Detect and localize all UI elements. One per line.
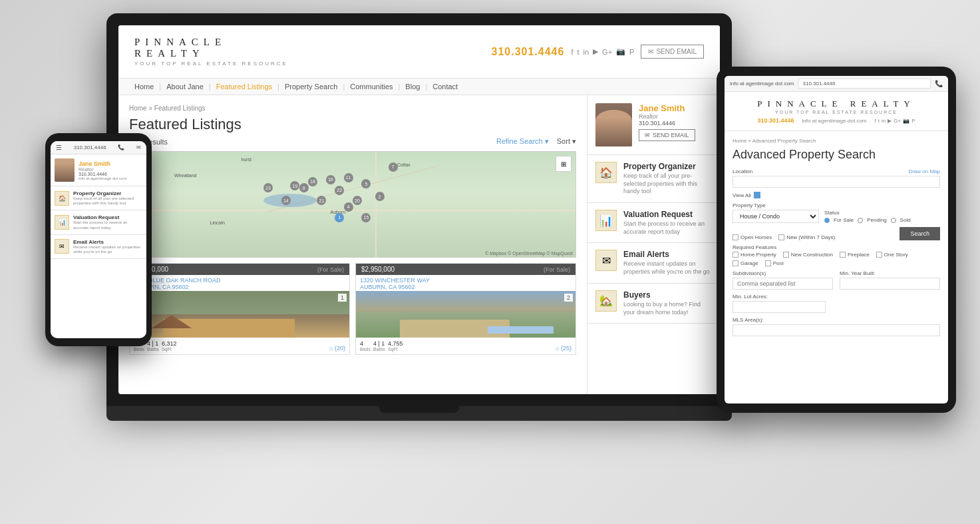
draw-on-map-link[interactable]: Draw on Map (908, 168, 940, 174)
nav-about[interactable]: About Jane (166, 83, 204, 91)
mls-area-label: MLS Area(s): (733, 317, 940, 323)
nav-home[interactable]: Home (134, 83, 154, 91)
phone-valuation-desc: Start the process to receive an accurate… (73, 220, 142, 230)
map-container: Wheatland Colfax Auburn hurst Lincoln 7 … (129, 151, 576, 258)
send-email-button[interactable]: ✉ SEND EMAIL (641, 45, 704, 59)
home-property-checkbox[interactable] (733, 252, 738, 258)
view-all-label: View All (733, 192, 751, 198)
view-all-row: View All (733, 192, 940, 198)
header-phone[interactable]: 310.301.4446 (492, 46, 565, 58)
status-sold-radio[interactable] (891, 218, 896, 223)
header-right: 310.301.4446 f t in ▶ G+ 📷 P (492, 45, 704, 59)
phone-agent-phone[interactable]: 310.301.4446 (79, 172, 126, 176)
property-type-select[interactable]: House / Condo (733, 210, 819, 223)
logo-line1: PINNACLE REALTY (134, 37, 288, 59)
map-pin-1[interactable]: 1 (335, 213, 344, 222)
sidebar-widget-property-organizer[interactable]: 🏠 Property Organizer Keep track of all y… (587, 155, 720, 203)
map-pin-15[interactable]: 15 (361, 213, 371, 222)
sort-button[interactable]: Sort ▾ (557, 137, 576, 146)
phone-widget-property-organizer[interactable]: 🏠 Property Organizer Keep track of all y… (51, 186, 146, 210)
tablet-contact-phone[interactable]: 310.301.4446 (758, 117, 794, 124)
one-story-checkbox[interactable] (876, 252, 882, 258)
site-logo: PINNACLE REALTY YOUR TOP REAL ESTATE RES… (134, 37, 288, 67)
fireplace-checkbox[interactable] (840, 252, 846, 258)
map-pin-4[interactable]: 4 (344, 202, 353, 212)
map-pin-5[interactable]: 5 (361, 179, 371, 188)
min-lot-acres-group: Min. Lot Acres: (733, 294, 940, 313)
view-all-checkbox[interactable] (754, 192, 760, 198)
hamburger-icon[interactable]: ☰ (56, 144, 62, 151)
listing-2-photos[interactable]: ⌂ (25) (556, 345, 572, 352)
tablet-url-input[interactable] (798, 79, 931, 89)
map-pin-7[interactable]: 7 (389, 162, 398, 172)
listing-2-stats: 4 Beds 4 | 1 Baths 4,755 (356, 338, 575, 354)
pool-label: Pool (773, 260, 784, 266)
map-pin-2[interactable]: 2 (375, 192, 385, 201)
tablet-phone-icon[interactable]: 📞 (935, 80, 943, 87)
pool-checkbox[interactable] (765, 260, 771, 266)
refine-search-button[interactable]: Refine Search ▾ (496, 137, 549, 146)
tablet-contact-email[interactable]: info at agentimage-dot.com (802, 118, 867, 124)
listing-card-2: $2,950,000 (For Sale) 1320 WINCHESTER WA… (355, 263, 576, 355)
status-for-sale-radio[interactable] (824, 218, 830, 223)
map-pin-16[interactable]: 16 (326, 175, 335, 184)
new-construction-checkbox[interactable] (783, 252, 789, 258)
sidebar-widget-email-alerts[interactable]: ✉ Email Alerts Receive instant updates o… (587, 243, 720, 283)
tablet-page-title: Advanced Property Search (733, 148, 940, 162)
tablet-url-bar: info at agentimage dot com 📞 (725, 76, 948, 92)
phone-organizer-desc: Keep track of all your pre-selected prop… (73, 196, 142, 206)
search-button[interactable]: Search (899, 227, 940, 240)
phone-widget-email-alerts[interactable]: ✉ Email Alerts Receive instant updates o… (51, 235, 146, 259)
subdivision-input[interactable] (733, 278, 833, 290)
map-pin-11[interactable]: 11 (344, 173, 353, 182)
map-pin-22[interactable]: 22 (335, 186, 344, 195)
nav-listings[interactable]: Featured Listings (216, 83, 272, 91)
valuation-icon: 📊 (595, 210, 617, 231)
tablet-contact-row: 310.301.4446 info at agentimage-dot.com … (735, 117, 937, 124)
location-group: Location Draw on Map (733, 168, 940, 188)
nav-property-search[interactable]: Property Search (285, 83, 337, 91)
sidebar-widget-buyers[interactable]: 🏡 Buyers Looking to buy a home? Find you… (587, 284, 720, 324)
open-homes-checkbox[interactable] (733, 234, 738, 240)
garage-checkbox[interactable] (733, 260, 738, 266)
agent-send-email-button[interactable]: ✉ SEND EMAIL (639, 129, 695, 141)
map-pin-19[interactable]: 19 (290, 181, 299, 190)
min-lot-acres-input[interactable] (733, 301, 826, 313)
listing-2-image[interactable]: 2 (356, 291, 575, 338)
min-lot-acres-label: Min. Lot Acres: (733, 294, 940, 300)
subdivision-label: Subdivision(s) (733, 270, 833, 276)
widget-text-email-alerts: Email Alerts Receive instant updates on … (623, 250, 712, 276)
status-pending-radio[interactable] (858, 218, 863, 223)
map-pin-21[interactable]: 21 (317, 196, 326, 205)
property-type-status-row: Property Type House / Condo Status For S… (733, 202, 940, 223)
map-pin-23[interactable]: 23 (263, 183, 273, 192)
nav-blog[interactable]: Blog (405, 83, 420, 91)
location-input[interactable] (733, 176, 940, 188)
phone-widget-valuation[interactable]: 📊 Valuation Request Start the process to… (51, 210, 146, 234)
phone-call-icon[interactable]: 📞 (118, 144, 124, 150)
listing-1-address[interactable]: 5310 BLUE OAK RANCH ROADAUBURN, CA 95602 (130, 275, 349, 291)
listing-1-photos[interactable]: ⌂ (20) (329, 345, 345, 352)
phone-email-icon[interactable]: ✉ (136, 144, 141, 150)
new-within-7-item: New (Within 7 Days) (778, 234, 835, 240)
nav-contact[interactable]: Contact (432, 83, 458, 91)
map-pin-8[interactable]: 8 (299, 183, 309, 192)
sidebar-widget-valuation[interactable]: 📊 Valuation Request Start the process to… (587, 203, 720, 243)
listing-1-price-bar: $3,250,000 (For Sale) (130, 264, 349, 275)
listing-1-stats: 5 Beds 4 | 1 Baths 6,312 (130, 338, 349, 354)
phone-number-display[interactable]: 310.301.4446 (74, 144, 106, 150)
map-pin-18[interactable]: 18 (308, 177, 317, 186)
mls-area-input[interactable] (733, 324, 940, 336)
buyers-icon: 🏡 (595, 290, 617, 312)
nav-communities[interactable]: Communities (350, 83, 393, 91)
listing-2-address[interactable]: 1320 WINCHESTER WAYAUBURN, CA 95602 (356, 275, 575, 291)
listing-1-image[interactable]: 1 (130, 291, 349, 338)
open-homes-row: Open Homes New (Within 7 Days) Search (733, 227, 940, 240)
map-pin-20[interactable]: 20 (353, 196, 362, 205)
map-label-wheatland: Wheatland (174, 173, 196, 178)
tablet-device: info at agentimage dot com 📞 PINNACLE RE… (717, 67, 956, 413)
min-year-built-input[interactable] (840, 278, 940, 290)
agent-phone[interactable]: 310.301.4446 (639, 120, 695, 127)
map-toggle-layers[interactable]: ⊞ (556, 156, 572, 172)
new-within-7-checkbox[interactable] (778, 234, 784, 240)
